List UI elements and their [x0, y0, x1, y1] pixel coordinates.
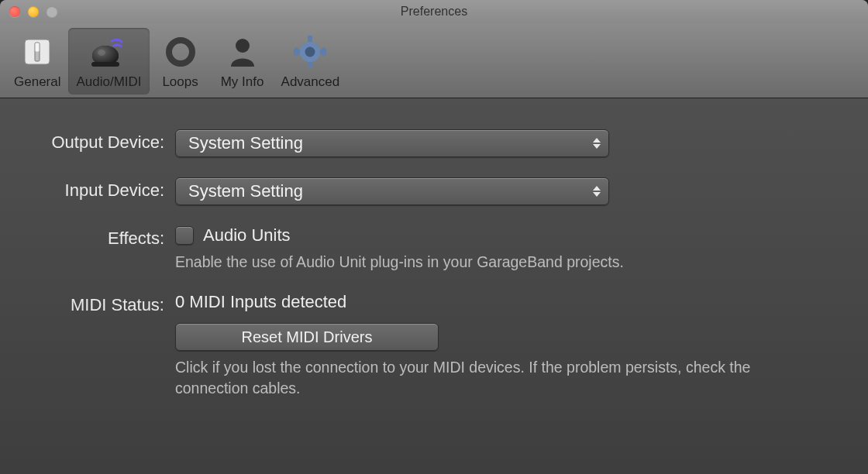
row-output-device: Output Device: System Setting [31, 129, 837, 157]
output-device-value: System Setting [188, 133, 303, 153]
gear-icon [289, 31, 331, 73]
input-device-label: Input Device: [31, 177, 164, 201]
traffic-lights [9, 6, 57, 17]
output-device-popup[interactable]: System Setting [175, 129, 609, 157]
input-device-popup[interactable]: System Setting [175, 177, 609, 205]
tab-label: My Info [221, 74, 264, 90]
minimize-button[interactable] [28, 6, 39, 17]
tab-label: General [14, 74, 60, 90]
effects-label: Effects: [31, 225, 164, 249]
updown-icon [593, 186, 601, 197]
content: Output Device: System Setting Input Devi… [0, 98, 868, 474]
svg-rect-11 [308, 62, 312, 68]
tab-label: Loops [162, 74, 198, 90]
reset-midi-drivers-button[interactable]: Reset MIDI Drivers [175, 323, 439, 351]
svg-rect-8 [177, 61, 184, 67]
toolbar: General [0, 23, 868, 98]
window-title: Preferences [0, 5, 868, 19]
midi-status-label: MIDI Status: [31, 292, 164, 315]
audio-units-checkbox[interactable] [175, 226, 194, 245]
tab-label: Audio/MIDI [76, 74, 141, 90]
output-device-label: Output Device: [31, 129, 164, 153]
tab-loops[interactable]: Loops [150, 28, 212, 94]
tab-general[interactable]: General [6, 28, 68, 94]
titlebar: Preferences [0, 0, 868, 23]
row-midi-status: MIDI Status: 0 MIDI Inputs detected Rese… [31, 292, 837, 398]
svg-point-9 [236, 39, 250, 53]
speaker-icon [88, 31, 130, 73]
audio-units-label: Audio Units [203, 225, 291, 246]
svg-point-19 [305, 47, 315, 57]
row-effects: Effects: Audio Units Enable the use of A… [31, 225, 837, 272]
svg-point-5 [98, 50, 105, 56]
loop-icon [160, 31, 202, 73]
svg-rect-6 [91, 62, 119, 67]
row-input-device: Input Device: System Setting [31, 177, 837, 205]
midi-status-value: 0 MIDI Inputs detected [175, 292, 837, 312]
person-icon [222, 31, 264, 73]
tab-my-info[interactable]: My Info [212, 28, 274, 94]
tab-advanced[interactable]: Advanced [274, 28, 348, 94]
zoom-button[interactable] [46, 6, 57, 17]
switch-icon [16, 31, 58, 73]
input-device-value: System Setting [188, 181, 303, 201]
button-label: Reset MIDI Drivers [242, 328, 373, 346]
tab-label: Advanced [281, 74, 340, 90]
midi-status-hint: Click if you lost the connection to your… [175, 357, 764, 398]
svg-point-7 [169, 40, 192, 64]
close-button[interactable] [9, 6, 20, 17]
preferences-window: Preferences General [0, 0, 868, 474]
svg-rect-2 [36, 43, 40, 52]
svg-rect-10 [308, 36, 312, 42]
tab-audio-midi[interactable]: Audio/MIDI [68, 28, 149, 94]
effects-hint: Enable the use of Audio Unit plug-ins in… [175, 252, 764, 272]
updown-icon [593, 138, 601, 149]
